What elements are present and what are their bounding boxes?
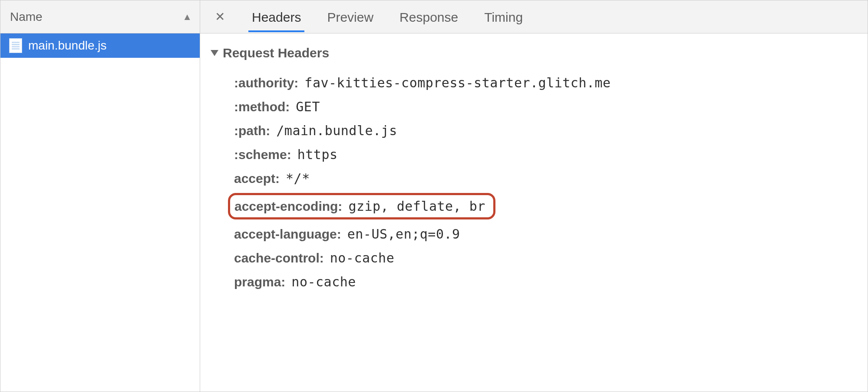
header-accept-encoding-highlight: accept-encoding: gzip, deflate, br	[234, 190, 852, 222]
header-method: :method: GET	[234, 95, 852, 119]
header-cache-control: cache-control: no-cache	[234, 246, 852, 270]
request-row[interactable]: main.bundle.js	[0, 33, 200, 58]
file-icon	[9, 38, 22, 53]
highlight-box: accept-encoding: gzip, deflate, br	[228, 193, 495, 219]
header-value: /main.bundle.js	[276, 123, 397, 138]
header-scheme: :scheme: https	[234, 143, 852, 166]
header-name: :authority:	[234, 76, 298, 90]
header-value: */*	[286, 171, 310, 186]
header-accept: accept: */*	[234, 166, 852, 190]
name-column-label: Name	[10, 10, 43, 24]
header-name: :method:	[234, 100, 290, 114]
tab-timing[interactable]: Timing	[482, 2, 525, 32]
detail-pane: ✕ Headers Preview Response Timing Reques…	[200, 0, 868, 392]
header-authority: :authority: fav-kitties-compress-starter…	[234, 71, 852, 95]
header-value: gzip, deflate, br	[348, 199, 485, 214]
sort-ascending-icon[interactable]: ▲	[182, 11, 192, 23]
header-name: accept:	[234, 171, 280, 186]
request-headers-section-toggle[interactable]: Request Headers	[211, 46, 852, 60]
headers-body: Request Headers :authority: fav-kitties-…	[200, 33, 868, 294]
request-list-pane: Name ▲ main.bundle.js	[0, 0, 200, 392]
name-column-header[interactable]: Name ▲	[0, 0, 200, 33]
header-value: no-cache	[291, 274, 356, 289]
header-accept-language: accept-language: en-US,en;q=0.9	[234, 222, 852, 246]
header-value: fav-kitties-compress-starter.glitch.me	[304, 75, 611, 90]
request-filename: main.bundle.js	[28, 39, 107, 53]
close-icon[interactable]: ✕	[212, 8, 228, 26]
header-name: pragma:	[234, 275, 285, 289]
header-name: :scheme:	[234, 147, 291, 162]
tab-response[interactable]: Response	[398, 2, 460, 32]
caret-down-icon	[211, 50, 218, 56]
network-panel: Name ▲ main.bundle.js ✕ Headers Preview …	[0, 0, 868, 392]
header-name: :path:	[234, 123, 270, 138]
header-value: GET	[296, 99, 320, 114]
tab-preview[interactable]: Preview	[325, 2, 375, 32]
header-value: https	[297, 147, 338, 162]
detail-tabbar: ✕ Headers Preview Response Timing	[200, 0, 868, 33]
header-path: :path: /main.bundle.js	[234, 119, 852, 143]
request-headers-list: :authority: fav-kitties-compress-starter…	[211, 71, 852, 294]
header-value: no-cache	[330, 250, 395, 266]
header-name: accept-language:	[234, 227, 341, 242]
tab-headers[interactable]: Headers	[250, 2, 303, 32]
section-title: Request Headers	[223, 46, 329, 60]
header-name: accept-encoding:	[234, 199, 342, 214]
header-name: cache-control:	[234, 251, 324, 266]
header-value: en-US,en;q=0.9	[347, 226, 460, 242]
header-pragma: pragma: no-cache	[234, 270, 852, 294]
